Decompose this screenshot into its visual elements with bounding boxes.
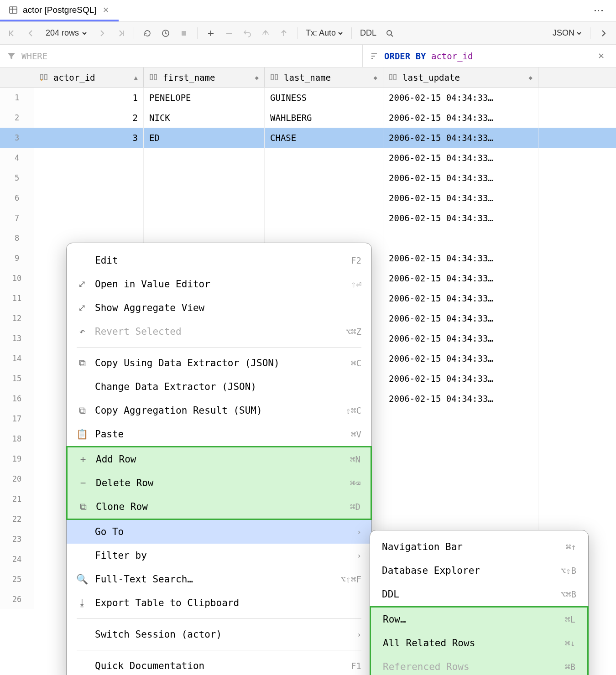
column-header-first-name[interactable]: first_name ◆	[144, 68, 265, 87]
sub-ddl[interactable]: DDL⌥⌘B	[370, 582, 588, 606]
revert-icon[interactable]	[240, 26, 255, 41]
cell-last-name[interactable]: CHASE	[265, 128, 383, 148]
ddl-button[interactable]: DDL	[357, 28, 379, 38]
ctx-paste[interactable]: 📋Paste⌘V	[67, 422, 371, 446]
cell-last-update[interactable]: 2006-02-15 04:34:33…	[383, 248, 538, 268]
column-header-last-update[interactable]: last_update ◆	[383, 68, 538, 87]
table-row[interactable]: 72006-02-15 04:34:33…	[0, 208, 616, 228]
filter-icon	[7, 52, 16, 61]
ctx-delete-row[interactable]: −Delete Row⌘⌫	[68, 471, 371, 495]
cell-last-update[interactable]: 2006-02-15 04:34:33…	[383, 308, 538, 328]
cell-last-update[interactable]: 2006-02-15 04:34:33…	[383, 108, 538, 128]
ctx-copy-extractor[interactable]: ⧉Copy Using Data Extractor (JSON)⌘C	[67, 351, 371, 375]
cell-first-name[interactable]	[144, 168, 265, 188]
cell-first-name[interactable]: NICK	[144, 108, 265, 128]
order-by-input[interactable]: ORDER BY actor_id	[384, 51, 473, 61]
ctx-filter-by[interactable]: Filter by›	[67, 544, 371, 567]
ctx-change-extractor[interactable]: Change Data Extractor (JSON)	[67, 375, 371, 399]
cell-first-name[interactable]	[144, 208, 265, 228]
ctx-go-to[interactable]: Go To›	[67, 520, 371, 544]
ctx-edit[interactable]: EditF2	[67, 249, 371, 272]
ctx-clone-row[interactable]: ⧉Clone Row⌘D	[68, 495, 371, 519]
cell-last-update[interactable]: 2006-02-15 04:34:33…	[383, 389, 538, 409]
tab-options-icon[interactable]: ⋮	[581, 5, 616, 16]
sub-database-explorer[interactable]: Database Explorer⌥⇧B	[370, 559, 588, 582]
close-tab-icon[interactable]: ×	[101, 4, 111, 16]
row-count-dropdown[interactable]: 204 rows	[41, 28, 92, 38]
table-row[interactable]: 42006-02-15 04:34:33…	[0, 148, 616, 168]
ctx-switch-session[interactable]: Switch Session (actor)›	[67, 623, 371, 646]
tx-dropdown[interactable]: Tx: Auto	[303, 28, 346, 38]
cell-last-update[interactable]: 2006-02-15 04:34:33…	[383, 128, 538, 148]
cell-last-name[interactable]	[265, 188, 383, 208]
cell-last-name[interactable]	[265, 208, 383, 228]
submit-icon[interactable]	[276, 26, 292, 41]
prev-page-icon[interactable]	[23, 26, 38, 41]
cell-actor-id[interactable]	[34, 188, 144, 208]
cell-last-update[interactable]: 2006-02-15 04:34:33…	[383, 168, 538, 188]
cell-last-update[interactable]: 2006-02-15 04:34:33…	[383, 148, 538, 168]
cell-last-update[interactable]	[383, 228, 538, 248]
column-header-actor-id[interactable]: actor_id ▲	[34, 68, 144, 87]
table-row[interactable]: 62006-02-15 04:34:33…	[0, 188, 616, 208]
cell-last-name[interactable]: GUINESS	[265, 88, 383, 108]
cell-actor-id[interactable]	[34, 168, 144, 188]
first-page-icon[interactable]	[5, 26, 20, 41]
sub-all-related-rows[interactable]: All Related Rows⌘↓	[371, 631, 587, 655]
search-icon[interactable]	[382, 26, 397, 41]
cell-first-name[interactable]: ED	[144, 128, 265, 148]
cell-last-name[interactable]	[265, 168, 383, 188]
cell-first-name[interactable]: PENELOPE	[144, 88, 265, 108]
clear-order-icon[interactable]: ✕	[598, 51, 609, 61]
cell-last-update[interactable]: 2006-02-15 04:34:33…	[383, 268, 538, 288]
next-page-icon[interactable]	[94, 26, 110, 41]
ctx-open-value-editor[interactable]: ⤢Open in Value Editor⇧⏎	[67, 272, 371, 296]
editor-tab[interactable]: actor [PostgreSQL] ×	[0, 0, 119, 21]
cell-last-name[interactable]: WAHLBERG	[265, 108, 383, 128]
cell-last-update[interactable]: 2006-02-15 04:34:33…	[383, 348, 538, 369]
cell-last-update[interactable]	[383, 449, 538, 469]
cell-last-update[interactable]: 2006-02-15 04:34:33…	[383, 288, 538, 308]
clock-page-icon[interactable]	[158, 26, 173, 41]
table-row[interactable]: 22NICKWAHLBERG2006-02-15 04:34:33…	[0, 108, 616, 128]
cell-last-update[interactable]: 2006-02-15 04:34:33…	[383, 88, 538, 108]
ctx-quick-doc[interactable]: Quick DocumentationF1	[67, 654, 371, 675]
cell-last-update[interactable]	[383, 429, 538, 449]
ctx-copy-aggregation[interactable]: ⧉Copy Aggregation Result (SUM)⇧⌘C	[67, 399, 371, 422]
expand-icon[interactable]	[596, 26, 611, 41]
ctx-full-text-search[interactable]: 🔍Full-Text Search…⌥⇧⌘F	[67, 567, 371, 591]
table-row[interactable]: 52006-02-15 04:34:33…	[0, 168, 616, 188]
cell-last-update[interactable]	[383, 509, 538, 529]
cell-last-update[interactable]	[383, 489, 538, 509]
cell-actor-id[interactable]: 3	[34, 128, 144, 148]
cell-actor-id[interactable]	[34, 148, 144, 168]
delete-row-icon[interactable]	[221, 26, 237, 41]
format-dropdown[interactable]: JSON	[550, 28, 585, 38]
cell-last-name[interactable]	[265, 148, 383, 168]
ctx-add-row[interactable]: +Add Row⌘N	[68, 447, 371, 471]
commit-icon[interactable]	[258, 26, 273, 41]
reload-icon[interactable]	[140, 26, 155, 41]
ctx-export-clipboard[interactable]: ⭳Export Table to Clipboard	[67, 591, 371, 615]
cell-actor-id[interactable]: 2	[34, 108, 144, 128]
cell-last-update[interactable]: 2006-02-15 04:34:33…	[383, 208, 538, 228]
add-row-icon[interactable]	[203, 26, 219, 41]
stop-icon[interactable]	[176, 26, 192, 41]
cell-last-update[interactable]: 2006-02-15 04:34:33…	[383, 328, 538, 348]
last-page-icon[interactable]	[113, 26, 128, 41]
sub-navigation-bar[interactable]: Navigation Bar⌘↑	[370, 535, 588, 559]
column-header-last-name[interactable]: last_name ◆	[265, 68, 383, 87]
cell-last-update[interactable]	[383, 409, 538, 429]
cell-actor-id[interactable]	[34, 208, 144, 228]
cell-first-name[interactable]	[144, 148, 265, 168]
cell-actor-id[interactable]: 1	[34, 88, 144, 108]
cell-last-update[interactable]: 2006-02-15 04:34:33…	[383, 188, 538, 208]
where-input[interactable]: WHERE	[21, 51, 47, 61]
table-row[interactable]: 11PENELOPEGUINESS2006-02-15 04:34:33…	[0, 88, 616, 108]
ctx-aggregate-view[interactable]: ⤢Show Aggregate View	[67, 296, 371, 320]
cell-last-update[interactable]	[383, 469, 538, 489]
cell-last-update[interactable]: 2006-02-15 04:34:33…	[383, 369, 538, 389]
cell-first-name[interactable]	[144, 188, 265, 208]
table-row[interactable]: 33EDCHASE2006-02-15 04:34:33…	[0, 128, 616, 148]
sub-row[interactable]: Row…⌘L	[371, 608, 587, 631]
